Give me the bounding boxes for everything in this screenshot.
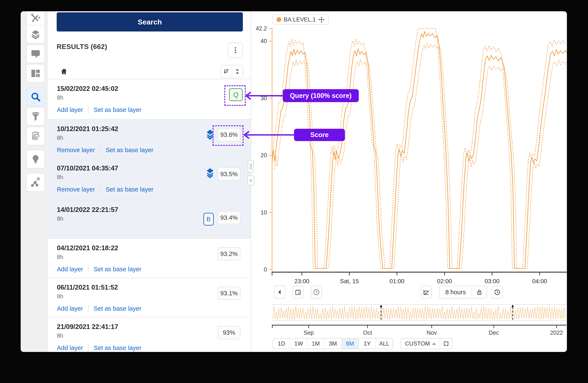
result-row[interactable]: 15/02/2022 02:45:028hAdd layerSet as bas…: [48, 79, 251, 119]
result-row[interactable]: 06/11/2021 01:51:528hAdd layerSet as bas…: [48, 278, 251, 317]
range-button-6m[interactable]: 6M: [341, 339, 358, 349]
sidebar-item-recommendations[interactable]: [26, 150, 45, 169]
link-separator: [100, 186, 101, 193]
series-color-dot: [276, 17, 281, 22]
svg-text:04:00: 04:00: [532, 278, 547, 285]
chart-legend-pill[interactable]: BA:LEVEL.1: [272, 15, 329, 25]
range-button-all[interactable]: ALL: [376, 339, 393, 349]
score-callout: Score: [294, 129, 345, 141]
calendar-button[interactable]: [293, 286, 304, 299]
svg-text:Sep: Sep: [304, 330, 314, 336]
sidebar-item-filter[interactable]: [26, 107, 45, 126]
fingerprint-icon: [30, 131, 41, 141]
add-layer-link[interactable]: Add layer: [57, 345, 83, 351]
remove-layer-link[interactable]: Remove layer: [57, 147, 95, 154]
svg-text:Dec: Dec: [489, 330, 499, 336]
splitter-drag-handle[interactable]: [248, 160, 254, 172]
score-badge: 93.1%: [218, 287, 240, 300]
lock-duration-button[interactable]: [472, 286, 487, 298]
remove-layer-link[interactable]: Remove layer: [57, 186, 95, 193]
link-separator: [88, 344, 89, 351]
search-button[interactable]: Search: [57, 12, 243, 32]
result-links: Add layerSet as base layer: [57, 266, 251, 273]
sidebar-item-fingerprint[interactable]: [26, 127, 45, 145]
layer-indicator-icon: [206, 129, 214, 140]
result-row[interactable]: 21/09/2021 22:41:178hAdd layerSet as bas…: [48, 317, 251, 352]
sidebar-item-search[interactable]: [26, 87, 45, 106]
result-row[interactable]: 14/01/2022 22:21:578h93.4%B: [48, 200, 251, 238]
screenshot-stage: Search RESULTS (662): [0, 0, 588, 383]
fit-screen-icon: [443, 341, 449, 347]
set-as-base-layer-link[interactable]: Set as base layer: [94, 345, 142, 351]
score-badge: 93.2%: [218, 247, 240, 260]
series-lines: [270, 29, 567, 268]
range-button-1w[interactable]: 1W: [290, 339, 307, 349]
move-icon[interactable]: [318, 16, 325, 23]
app-window: Search RESULTS (662): [21, 11, 567, 352]
score-badge: 93%: [218, 326, 240, 339]
back-arrow-icon: [276, 288, 283, 296]
filter-icon: [30, 111, 41, 122]
result-links: Add layerSet as base layer: [57, 344, 251, 351]
result-row[interactable]: 04/12/2021 02:18:228hAdd layerSet as bas…: [48, 238, 251, 278]
comment-icon: [30, 48, 41, 59]
set-as-base-layer-link[interactable]: Set as base layer: [94, 305, 142, 312]
overview-strip[interactable]: [272, 305, 566, 321]
duration-button[interactable]: 8 hours: [440, 286, 472, 298]
calendar-icon: [294, 288, 302, 296]
range-button-3m[interactable]: 3M: [324, 339, 341, 349]
sidebar-item-layers[interactable]: [26, 25, 45, 44]
add-layer-link[interactable]: Add layer: [57, 266, 83, 273]
svg-text:2022: 2022: [550, 330, 563, 336]
svg-text:30: 30: [261, 95, 267, 101]
custom-range-button[interactable]: CUSTOM: [401, 339, 440, 349]
svg-text:40: 40: [261, 38, 267, 44]
link-separator: [100, 146, 101, 154]
trend-compare-icon: [423, 288, 430, 296]
svg-text:10: 10: [261, 209, 267, 216]
results-toolbar-row: [48, 64, 251, 79]
kebab-menu-button[interactable]: [228, 42, 243, 58]
score-highlight-outline: [213, 125, 244, 146]
sort-button[interactable]: [221, 65, 231, 78]
score-badge: 93.5%: [218, 168, 240, 181]
context-icon: [30, 177, 41, 188]
set-as-base-layer-link[interactable]: Set as base layer: [106, 147, 153, 154]
custom-range-group: CUSTOM: [400, 338, 452, 349]
range-button-1m[interactable]: 1M: [307, 339, 324, 349]
range-button-1y[interactable]: 1Y: [358, 339, 375, 349]
collapse-button[interactable]: [231, 65, 243, 78]
add-layer-link[interactable]: Add layer: [57, 106, 83, 114]
set-as-base-layer-link[interactable]: Set as base layer: [106, 186, 153, 193]
result-row[interactable]: 10/12/2021 01:25:428hRemove layerSet as …: [48, 119, 251, 158]
sidebar: [21, 11, 48, 352]
link-separator: [88, 305, 89, 312]
kebab-icon: [232, 47, 239, 54]
add-layer-link[interactable]: Add layer: [57, 305, 83, 312]
sidebar-item-dashboard[interactable]: [26, 64, 45, 83]
result-row[interactable]: 07/10/2021 04:35:478hRemove layerSet as …: [48, 158, 251, 200]
search-icon: [30, 91, 41, 102]
clock-icon: [313, 288, 320, 296]
history-button[interactable]: [492, 286, 503, 299]
caret-up-icon: [432, 343, 436, 345]
sidebar-item-context[interactable]: [26, 173, 45, 192]
splitter-close-button[interactable]: ×: [247, 175, 254, 185]
svg-text:01:00: 01:00: [389, 278, 404, 285]
range-button-1d[interactable]: 1D: [273, 339, 290, 349]
results-list: 15/02/2022 02:45:028hAdd layerSet as bas…: [48, 79, 251, 352]
home-icon[interactable]: [60, 67, 68, 77]
fit-screen-button[interactable]: [440, 339, 452, 349]
pan-left-button[interactable]: [274, 286, 285, 299]
sidebar-item-comments[interactable]: [26, 44, 45, 63]
svg-text:Nov: Nov: [426, 330, 437, 336]
set-as-base-layer-link[interactable]: Set as base layer: [94, 266, 142, 273]
set-as-base-layer-link[interactable]: Set as base layer: [94, 106, 142, 114]
layer-indicator-icon: [206, 168, 214, 178]
dashboard-icon: [30, 68, 41, 79]
clock-button[interactable]: [311, 286, 322, 299]
sort-icon: [223, 68, 230, 75]
link-separator: [88, 266, 89, 273]
svg-text:0: 0: [264, 267, 267, 273]
compare-trends-button[interactable]: [421, 286, 432, 299]
